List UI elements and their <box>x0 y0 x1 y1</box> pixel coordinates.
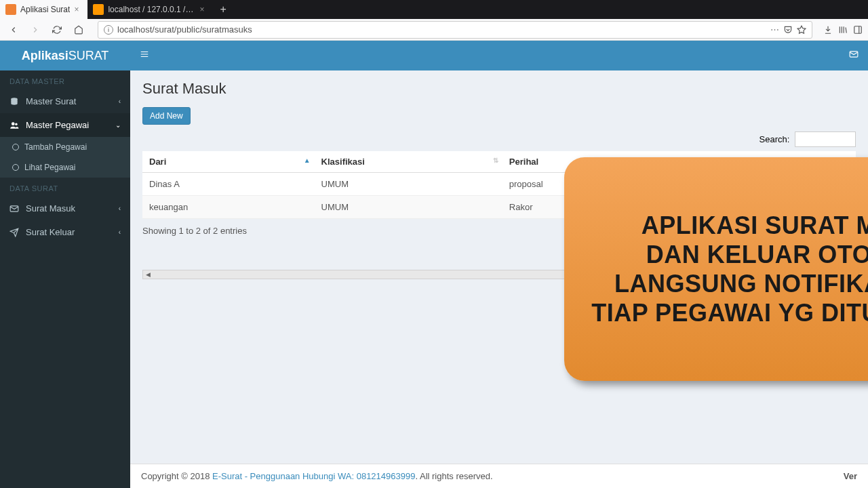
forward-button[interactable] <box>27 22 43 38</box>
footer-copyright: Copyright © 2018 <box>141 471 212 481</box>
home-button[interactable] <box>71 22 87 38</box>
app-root: AplikasiSURAT DATA MASTER Master Surat ‹… <box>0 41 868 488</box>
sidebar-item-master-surat[interactable]: Master Surat ‹ <box>0 89 130 113</box>
chevron-left-icon: ‹ <box>119 205 121 212</box>
sidebar-item-surat-keluar[interactable]: Surat Keluar ‹ <box>0 220 130 244</box>
url-text: localhost/surat/public/suratmasuks <box>117 24 252 35</box>
content: Surat Masuk Add New Search: Dari▲ Klasif… <box>130 70 868 464</box>
footer-link[interactable]: E-Surat - Penggunaan Hubungi WA: 0812149… <box>212 471 415 481</box>
hamburger-icon[interactable] <box>140 49 149 62</box>
brand-prefix: Aplikasi <box>22 49 68 62</box>
users-icon <box>9 121 19 130</box>
database-icon <box>9 97 19 106</box>
footer: Copyright © 2018 E-Surat - Penggunaan Hu… <box>130 464 868 488</box>
tab-title: Aplikasi Surat <box>20 5 70 14</box>
more-icon[interactable]: ⋯ <box>770 24 779 35</box>
footer-version: Ver <box>844 471 857 481</box>
close-icon[interactable]: × <box>74 5 82 14</box>
sidebar-header-master: DATA MASTER <box>0 70 130 89</box>
page-title: Surat Masuk <box>142 80 856 98</box>
tab-title: localhost / 127.0.0.1 / esurat / <box>108 5 195 14</box>
new-tab-button[interactable]: + <box>213 3 233 16</box>
cell-dari: Dinas A <box>142 173 315 196</box>
cell-dari: keuangan <box>142 196 315 219</box>
sort-asc-icon: ▲ <box>304 157 311 164</box>
circle-icon <box>12 164 19 171</box>
callout-overlay: APLIKASI SURAT MASUK DAN KELUAR OTOMATIS… <box>564 157 868 381</box>
close-icon[interactable]: × <box>199 5 208 14</box>
search-input[interactable] <box>795 131 856 147</box>
scroll-left-icon[interactable]: ◀ <box>143 271 153 278</box>
sidebar-sub-tambah-pegawai[interactable]: Tambah Pegawai <box>0 137 130 157</box>
star-icon[interactable] <box>797 25 806 35</box>
browser-tab-0[interactable]: Aplikasi Surat × <box>0 0 87 19</box>
browser-tabs: Aplikasi Surat × localhost / 127.0.0.1 /… <box>0 0 868 19</box>
brand-suffix: SURAT <box>68 49 109 62</box>
sidebar-item-label: Master Pegawai <box>26 120 89 130</box>
search-label: Search: <box>760 134 790 144</box>
add-new-button[interactable]: Add New <box>142 107 191 125</box>
library-icon[interactable] <box>838 25 848 35</box>
sidebar: AplikasiSURAT DATA MASTER Master Surat ‹… <box>0 41 130 488</box>
svg-rect-0 <box>854 26 862 33</box>
chevron-left-icon: ‹ <box>119 98 121 105</box>
favicon-icon <box>93 4 104 15</box>
browser-tab-1[interactable]: localhost / 127.0.0.1 / esurat / × <box>87 0 213 19</box>
sidebar-item-master-pegawai[interactable]: Master Pegawai ⌄ <box>0 113 130 137</box>
send-icon <box>9 228 19 237</box>
search-wrap: Search: <box>142 131 856 147</box>
download-icon[interactable] <box>823 25 833 35</box>
reload-button[interactable] <box>49 22 65 38</box>
circle-icon <box>12 144 19 150</box>
col-dari[interactable]: Dari▲ <box>142 151 315 173</box>
sidebar-icon[interactable] <box>853 25 863 35</box>
chevron-down-icon: ⌄ <box>115 121 121 129</box>
sidebar-sub-label: Tambah Pegawai <box>24 142 87 152</box>
favicon-icon <box>5 4 16 15</box>
sidebar-item-label: Master Surat <box>26 96 76 106</box>
browser-toolbar: i localhost/surat/public/suratmasuks ⋯ <box>0 19 868 41</box>
footer-suffix: . All rights reserved. <box>415 471 492 481</box>
svg-point-3 <box>15 123 18 125</box>
sidebar-item-label: Surat Keluar <box>26 227 75 237</box>
col-klasifikasi[interactable]: Klasifikasi⇅ <box>315 151 502 173</box>
back-button[interactable] <box>5 22 22 38</box>
info-icon[interactable]: i <box>104 25 113 35</box>
notifications-mail-icon[interactable] <box>849 49 859 62</box>
sort-icon: ⇅ <box>493 157 498 164</box>
url-bar[interactable]: i localhost/surat/public/suratmasuks ⋯ <box>98 21 812 39</box>
pocket-icon[interactable] <box>783 25 793 35</box>
brand[interactable]: AplikasiSURAT <box>0 41 130 70</box>
sidebar-header-surat: DATA SURAT <box>0 178 130 197</box>
topbar <box>130 41 868 70</box>
main: Surat Masuk Add New Search: Dari▲ Klasif… <box>130 41 868 488</box>
sidebar-item-label: Surat Masuk <box>26 203 75 214</box>
cell-klas: UMUM <box>315 196 502 219</box>
mail-icon <box>9 204 19 214</box>
sidebar-sub-lihat-pegawai[interactable]: Lihat Pegawai <box>0 157 130 178</box>
sidebar-sub-label: Lihat Pegawai <box>24 163 75 172</box>
chevron-left-icon: ‹ <box>119 228 121 236</box>
cell-klas: UMUM <box>315 173 502 196</box>
svg-point-2 <box>12 122 15 125</box>
sidebar-item-surat-masuk[interactable]: Surat Masuk ‹ <box>0 197 130 220</box>
callout-text: APLIKASI SURAT MASUK DAN KELUAR OTOMATIS… <box>585 211 868 328</box>
